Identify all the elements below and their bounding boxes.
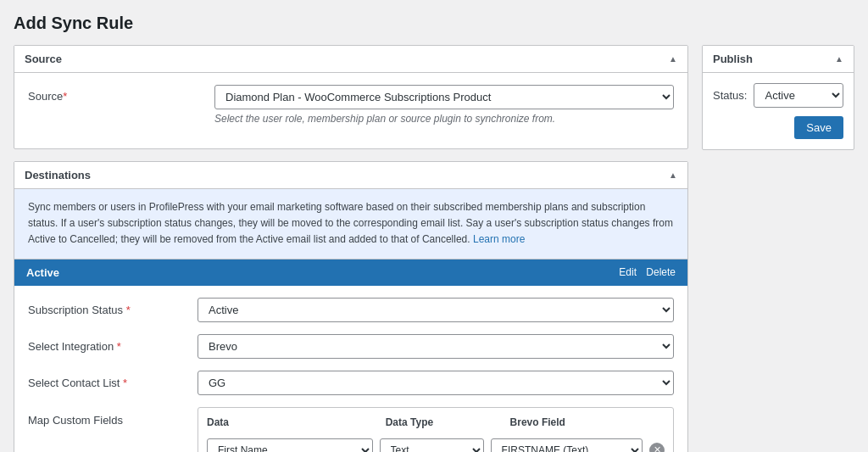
publish-status-row: Status: Active: [713, 83, 843, 108]
dest-section-header: Active Edit Delete: [14, 259, 687, 286]
publish-status-select[interactable]: Active: [754, 83, 843, 108]
publish-collapse-icon[interactable]: ▲: [835, 54, 843, 64]
dest-edit-link[interactable]: Edit: [619, 266, 637, 278]
publish-card: Publish ▲ Status: Active Save: [702, 45, 854, 150]
contact-list-label: Select Contact List *: [28, 377, 198, 389]
dest-section-title: Active: [26, 266, 59, 279]
publish-card-body: Status: Active Save: [703, 73, 854, 149]
learn-more-link[interactable]: Learn more: [473, 233, 525, 245]
subscription-status-row: Subscription Status * Active: [28, 298, 674, 322]
map-field-select-1[interactable]: FIRSTNAME (Text): [491, 438, 643, 452]
map-data-select-1[interactable]: First Name: [207, 438, 373, 452]
destinations-card: Destinations ▲ Sync members or users in …: [14, 161, 688, 452]
source-field-label: Source*: [28, 85, 214, 103]
publish-card-header: Publish ▲: [703, 46, 854, 73]
save-button[interactable]: Save: [794, 116, 843, 139]
remove-field-btn-1[interactable]: ✕: [649, 443, 665, 452]
publish-sidebar: Publish ▲ Status: Active Save: [702, 45, 854, 150]
destinations-collapse-icon[interactable]: ▲: [669, 170, 677, 180]
publish-status-wrap: Active: [754, 83, 843, 108]
col-field-header: Brevo Field: [510, 416, 665, 428]
map-fields-table: Data Data Type Brevo Field First Name: [198, 407, 674, 452]
map-type-select-1[interactable]: Text: [380, 438, 484, 452]
destinations-card-header: Destinations ▲: [14, 162, 687, 189]
dest-section-body: Subscription Status * Active Select Inte…: [14, 286, 687, 452]
destinations-info-box: Sync members or users in ProfilePress wi…: [14, 189, 687, 259]
source-card-body: Source* Diamond Plan - WooCommerce Subsc…: [14, 73, 687, 148]
select-integration-row: Select Integration * Brevo: [28, 334, 674, 359]
select-integration-wrap: Brevo: [198, 334, 674, 359]
publish-card-title: Publish: [713, 53, 753, 65]
map-custom-fields-wrap: Data Data Type Brevo Field First Name: [198, 407, 674, 452]
destinations-card-title: Destinations: [25, 169, 91, 181]
dest-delete-link[interactable]: Delete: [646, 266, 676, 278]
source-help-text: Select the user role, membership plan or…: [214, 113, 674, 125]
publish-status-label: Status:: [713, 89, 747, 102]
map-custom-fields-label: Map Custom Fields: [28, 407, 198, 427]
select-integration-select[interactable]: Brevo: [198, 334, 674, 359]
contact-list-select[interactable]: GG: [198, 371, 674, 395]
source-card: Source ▲ Source* Diamond Plan - WooComme…: [14, 45, 688, 149]
col-data-header: Data: [207, 416, 377, 428]
source-card-header: Source ▲: [14, 46, 687, 73]
map-field-row-1: First Name Text FIRSTNAME (Text) ✕: [207, 438, 665, 452]
subscription-status-label: Subscription Status *: [28, 304, 198, 316]
select-integration-label: Select Integration *: [28, 340, 198, 353]
destinations-card-body: Sync members or users in ProfilePress wi…: [14, 189, 687, 452]
map-fields-header: Data Data Type Brevo Field: [207, 416, 665, 432]
source-form-row: Source* Diamond Plan - WooCommerce Subsc…: [28, 85, 674, 125]
col-type-header: Data Type: [386, 416, 502, 428]
contact-list-row: Select Contact List * GG: [28, 371, 674, 395]
dest-section-actions: Edit Delete: [612, 266, 676, 278]
source-select[interactable]: Diamond Plan - WooCommerce Subscriptions…: [214, 85, 674, 109]
subscription-status-select[interactable]: Active: [198, 298, 674, 322]
map-custom-fields-row: Map Custom Fields Data Data Type Brevo F…: [28, 407, 674, 452]
page-title: Add Sync Rule: [14, 14, 854, 33]
source-card-title: Source: [25, 53, 62, 65]
contact-list-wrap: GG: [198, 371, 674, 395]
source-field-wrap: Diamond Plan - WooCommerce Subscriptions…: [214, 85, 674, 125]
subscription-status-wrap: Active: [198, 298, 674, 322]
source-collapse-icon[interactable]: ▲: [669, 54, 677, 64]
